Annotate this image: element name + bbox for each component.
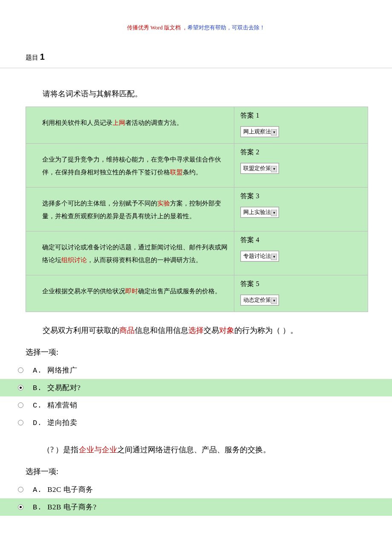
radio-icon[interactable]	[18, 402, 23, 408]
header-note: 传播优秀 Word 版文档 ，希望对您有帮助，可双击去除！	[0, 0, 392, 49]
question-number-heading: 题目 1	[0, 49, 392, 68]
answer-dropdown[interactable]: 动态定价策	[240, 295, 279, 306]
match-answer-cell: 答案 3网上实验法	[234, 188, 368, 231]
option-text: B. B2B 电子商务?	[33, 502, 97, 512]
match-answer-cell: 答案 4专题讨论法	[234, 231, 368, 275]
option-row[interactable]: D. 逆向拍卖	[0, 414, 392, 431]
match-row: 利用相关软件和人员记录上网者活动的调查方法。答案 1网上观察法	[26, 107, 368, 144]
answer-label: 答案 1	[240, 111, 362, 120]
match-row: 选择多个可比的主体组，分别赋予不同的实验方案，控制外部变量，并检查所观察到的差异…	[26, 188, 368, 231]
match-answer-cell: 答案 1网上观察法	[234, 107, 368, 144]
answer-dropdown[interactable]: 专题讨论法	[240, 251, 279, 262]
answer-label: 答案 5	[240, 280, 362, 289]
q2-options: A. 网络推广B. 交易配对?C. 精准营销D. 逆向拍卖	[0, 361, 392, 431]
radio-icon[interactable]	[18, 420, 23, 425]
match-answer-cell: 答案 5动态定价策	[234, 275, 368, 312]
match-description: 利用相关软件和人员记录上网者活动的调查方法。	[26, 107, 234, 144]
answer-dropdown[interactable]: 网上观察法	[240, 126, 279, 137]
match-row: 企业根据交易水平的供给状况即时确定出售产品或服务的价格。答案 5动态定价策	[26, 275, 368, 312]
answer-label: 答案 2	[240, 148, 362, 157]
match-description: 确定可以讨论或准备讨论的话题，通过新闻讨论组、邮件列表或网络论坛组织讨论，从而获…	[26, 231, 234, 275]
answer-label: 答案 4	[240, 236, 362, 245]
matching-table: 利用相关软件和人员记录上网者活动的调查方法。答案 1网上观察法企业为了提升竞争力…	[26, 107, 368, 312]
header-blue: 希望对您有帮助，可双击去除！	[187, 24, 265, 31]
q2-stem: 交易双方利用可获取的商品信息和信用信息选择交易对象的行为称为（ ）。	[0, 312, 392, 338]
question-label: 题目	[26, 54, 38, 61]
match-row: 确定可以讨论或准备讨论的话题，通过新闻讨论组、邮件列表或网络论坛组织讨论，从而获…	[26, 231, 368, 275]
option-text: D. 逆向拍卖	[33, 418, 77, 428]
match-description: 企业根据交易水平的供给状况即时确定出售产品或服务的价格。	[26, 275, 234, 312]
answer-dropdown[interactable]: 联盟定价策	[240, 163, 279, 174]
radio-icon[interactable]	[18, 367, 23, 373]
match-row: 企业为了提升竞争力，维持核心能力，在竞争中寻求最佳合作伙伴，在保持自身相对独立性…	[26, 144, 368, 188]
header-red: 传播优秀 Word 版文档 ，	[127, 24, 187, 31]
option-row[interactable]: A. B2C 电子商务	[0, 481, 392, 498]
option-row[interactable]: A. 网络推广	[0, 361, 392, 379]
q3-options: A. B2C 电子商务B. B2B 电子商务?	[0, 481, 392, 516]
radio-icon[interactable]	[18, 504, 23, 510]
q3-stem: （? ）是指企业与企业之间通过网络进行信息、产品、服务的交换。	[0, 431, 392, 457]
option-text: A. B2C 电子商务	[33, 485, 93, 494]
radio-icon[interactable]	[18, 385, 23, 390]
option-row[interactable]: C. 精准营销	[0, 396, 392, 414]
match-description: 企业为了提升竞争力，维持核心能力，在竞争中寻求最佳合作伙伴，在保持自身相对独立性…	[26, 144, 234, 188]
match-answer-cell: 答案 2联盟定价策	[234, 144, 368, 188]
option-text: B. 交易配对?	[33, 383, 81, 393]
answer-dropdown[interactable]: 网上实验法	[240, 207, 279, 218]
answer-label: 答案 3	[240, 192, 362, 201]
q3-choose-one: 选择一项:	[0, 457, 392, 481]
option-row[interactable]: B. 交易配对?	[0, 379, 392, 396]
question-number: 1	[40, 52, 45, 61]
radio-icon[interactable]	[18, 487, 23, 492]
option-text: A. 网络推广	[33, 365, 77, 375]
q1-instruction: 请将名词术语与其解释匹配。	[0, 89, 392, 107]
q2-choose-one: 选择一项:	[0, 338, 392, 361]
option-text: C. 精准营销	[33, 400, 77, 410]
option-row[interactable]: B. B2B 电子商务?	[0, 498, 392, 516]
match-description: 选择多个可比的主体组，分别赋予不同的实验方案，控制外部变量，并检查所观察到的差异…	[26, 188, 234, 231]
